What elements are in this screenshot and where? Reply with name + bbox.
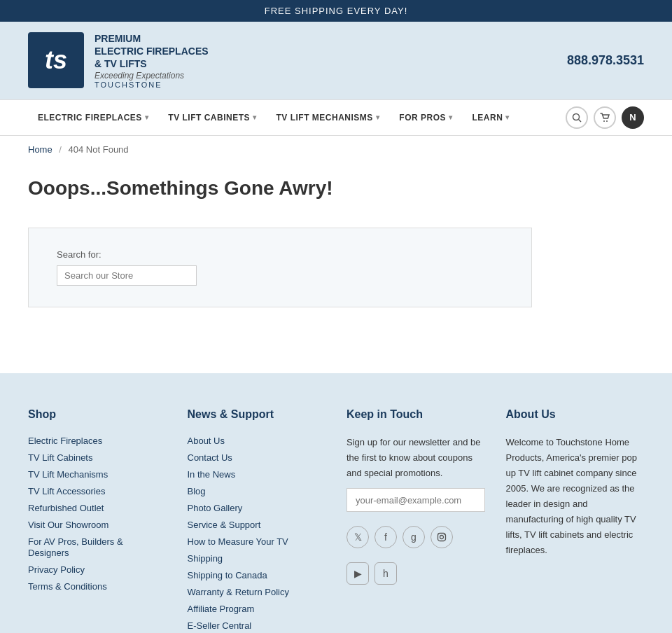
nav-item-tv-lift-mechanisms[interactable]: TV LIFT MECHANISMS ▾ bbox=[267, 100, 390, 135]
list-item[interactable]: Shipping to Canada bbox=[188, 569, 326, 580]
news-link-warranty[interactable]: Warranty & Return Policy bbox=[188, 587, 289, 597]
breadcrumb-home[interactable]: Home bbox=[28, 144, 52, 155]
news-link-about[interactable]: About Us bbox=[188, 436, 225, 446]
list-item[interactable]: TV Lift Accessories bbox=[28, 485, 167, 496]
svg-line-1 bbox=[579, 119, 582, 122]
list-item[interactable]: TV Lift Mechanisms bbox=[28, 468, 167, 480]
list-item[interactable]: Affiliate Program bbox=[188, 603, 326, 614]
footer-grid: Shop Electric Fireplaces TV Lift Cabinet… bbox=[28, 408, 644, 633]
shop-link-terms[interactable]: Terms & Conditions bbox=[28, 581, 107, 592]
nav-label-pros: FOR PROS bbox=[399, 113, 446, 123]
nav-label-cabinets: TV LIFT CABINETS bbox=[168, 113, 250, 123]
shop-link-privacy[interactable]: Privacy Policy bbox=[28, 564, 85, 575]
list-item[interactable]: How to Measure Your TV bbox=[188, 536, 326, 547]
list-item[interactable]: Visit Our Showroom bbox=[28, 519, 167, 530]
logo-ts-text: ts bbox=[45, 48, 67, 73]
nav-item-tv-lift-cabinets[interactable]: TV LIFT CABINETS ▾ bbox=[158, 100, 266, 135]
cart-icon-button[interactable] bbox=[594, 106, 616, 129]
nav-item-electric-fireplaces[interactable]: ELECTRIC FIREPLACES ▾ bbox=[28, 100, 158, 135]
list-item[interactable]: Service & Support bbox=[188, 519, 326, 530]
shop-link-outlet[interactable]: Refurbished Outlet bbox=[28, 503, 104, 513]
top-banner: FREE SHIPPING EVERY DAY! bbox=[0, 0, 672, 22]
facebook-icon[interactable]: f bbox=[374, 526, 397, 548]
list-item[interactable]: Warranty & Return Policy bbox=[188, 586, 326, 597]
svg-point-0 bbox=[573, 113, 580, 120]
list-item[interactable]: Refurbished Outlet bbox=[28, 502, 167, 513]
list-item[interactable]: In the News bbox=[188, 468, 326, 480]
footer-about-heading: About Us bbox=[506, 408, 645, 421]
google-plus-icon[interactable]: g bbox=[402, 526, 425, 548]
shop-link-mechanisms[interactable]: TV Lift Mechanisms bbox=[28, 469, 108, 480]
logo-box: ts bbox=[28, 32, 84, 88]
news-link-shipping[interactable]: Shipping bbox=[188, 553, 223, 564]
list-item[interactable]: Shipping bbox=[188, 552, 326, 564]
search-label: Search for: bbox=[57, 249, 503, 260]
footer-about-col: About Us Welcome to Touchstone Home Prod… bbox=[506, 408, 645, 633]
news-link-blog[interactable]: Blog bbox=[188, 486, 206, 496]
nav-icons: N bbox=[566, 106, 644, 129]
svg-point-3 bbox=[606, 120, 608, 122]
nav-bar: ELECTRIC FIREPLACES ▾ TV LIFT CABINETS ▾… bbox=[0, 99, 672, 136]
news-link-measure[interactable]: How to Measure Your TV bbox=[188, 536, 288, 547]
list-item[interactable]: Electric Fireplaces bbox=[28, 435, 167, 446]
instagram-icon[interactable] bbox=[430, 526, 453, 548]
search-input[interactable] bbox=[57, 265, 197, 286]
youtube-icon[interactable]: ▶ bbox=[346, 562, 369, 585]
shop-link-accessories[interactable]: TV Lift Accessories bbox=[28, 486, 106, 496]
newsletter-wrapper bbox=[346, 488, 485, 512]
header: ts PREMIUM ELECTRIC FIREPLACES & TV LIFT… bbox=[0, 22, 672, 99]
footer: Shop Electric Fireplaces TV Lift Cabinet… bbox=[0, 373, 672, 633]
svg-point-5 bbox=[440, 535, 444, 538]
news-link-service[interactable]: Service & Support bbox=[188, 520, 261, 530]
svg-point-2 bbox=[603, 120, 605, 122]
footer-news-links: About Us Contact Us In the News Blog Pho… bbox=[188, 435, 326, 631]
list-item[interactable]: Photo Gallery bbox=[188, 502, 326, 513]
footer-touch-description: Sign up for our newsletter and be the fi… bbox=[346, 435, 485, 481]
houzz-icon[interactable]: h bbox=[374, 562, 397, 585]
shop-link-cabinets[interactable]: TV Lift Cabinets bbox=[28, 452, 93, 463]
search-icon-button[interactable] bbox=[566, 106, 588, 129]
list-item[interactable]: Blog bbox=[188, 485, 326, 496]
tagline3: & TV LIFTS bbox=[94, 57, 209, 70]
newsletter-email-input[interactable] bbox=[356, 495, 476, 506]
news-link-in-news[interactable]: In the News bbox=[188, 469, 236, 480]
social-icons-row2: ▶ h bbox=[346, 562, 485, 585]
list-item[interactable]: About Us bbox=[188, 435, 326, 446]
shop-link-showroom[interactable]: Visit Our Showroom bbox=[28, 520, 108, 530]
user-icon-button[interactable]: N bbox=[622, 106, 644, 129]
nav-item-for-pros[interactable]: FOR PROS ▾ bbox=[389, 100, 462, 135]
breadcrumb: Home / 404 Not Found bbox=[0, 136, 672, 163]
logo-area: ts PREMIUM ELECTRIC FIREPLACES & TV LIFT… bbox=[28, 32, 209, 89]
twitter-icon[interactable]: 𝕏 bbox=[346, 526, 369, 548]
chevron-down-icon: ▾ bbox=[145, 113, 149, 121]
list-item[interactable]: TV Lift Cabinets bbox=[28, 452, 167, 463]
shop-link-electric[interactable]: Electric Fireplaces bbox=[28, 436, 102, 446]
chevron-down-icon: ▾ bbox=[376, 113, 380, 121]
news-link-gallery[interactable]: Photo Gallery bbox=[188, 503, 243, 513]
footer-shop-col: Shop Electric Fireplaces TV Lift Cabinet… bbox=[28, 408, 167, 633]
phone-number[interactable]: 888.978.3531 bbox=[567, 53, 644, 68]
breadcrumb-separator: / bbox=[59, 144, 62, 155]
list-item[interactable]: Privacy Policy bbox=[28, 564, 167, 575]
logo-brand: touchstone bbox=[94, 81, 209, 89]
logo-slogan: Exceeding Expectations bbox=[94, 71, 209, 81]
social-icons: 𝕏 f g bbox=[346, 526, 485, 548]
list-item[interactable]: Terms & Conditions bbox=[28, 580, 167, 592]
list-item[interactable]: For AV Pros, Builders & Designers bbox=[28, 536, 167, 558]
nav-label-electric: ELECTRIC FIREPLACES bbox=[38, 113, 142, 123]
chevron-down-icon: ▾ bbox=[449, 113, 453, 121]
news-link-canada[interactable]: Shipping to Canada bbox=[188, 570, 267, 580]
footer-news-col: News & Support About Us Contact Us In th… bbox=[188, 408, 326, 633]
news-link-eseller[interactable]: E-Seller Central bbox=[188, 620, 252, 631]
nav-item-learn[interactable]: LEARN ▾ bbox=[463, 100, 519, 135]
banner-text: FREE SHIPPING EVERY DAY! bbox=[265, 6, 408, 16]
news-link-contact[interactable]: Contact Us bbox=[188, 452, 232, 463]
list-item[interactable]: Contact Us bbox=[188, 452, 326, 463]
svg-point-6 bbox=[444, 534, 444, 535]
news-link-affiliate[interactable]: Affiliate Program bbox=[188, 604, 255, 614]
user-initial: N bbox=[629, 112, 636, 123]
shop-link-pros[interactable]: For AV Pros, Builders & Designers bbox=[28, 536, 123, 558]
footer-news-heading: News & Support bbox=[188, 408, 326, 421]
footer-touch-heading: Keep in Touch bbox=[346, 408, 485, 421]
list-item[interactable]: E-Seller Central bbox=[188, 620, 326, 631]
